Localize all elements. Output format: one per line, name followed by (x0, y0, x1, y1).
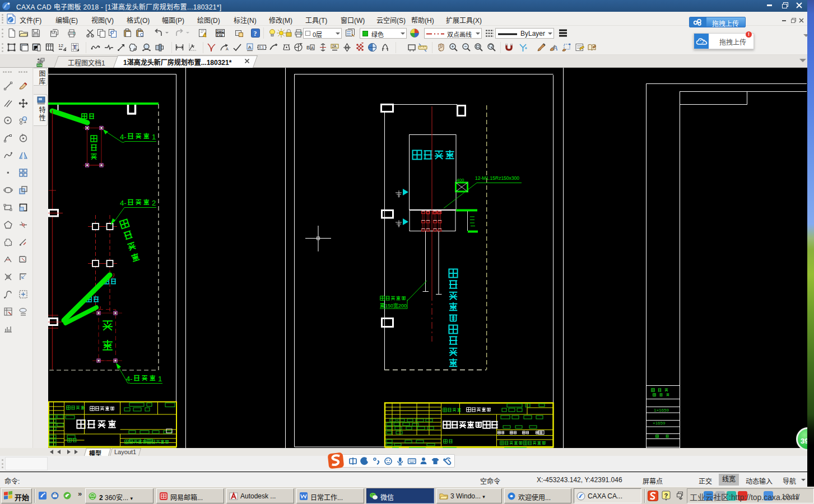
svg-text:×1659: ×1659 (653, 421, 666, 426)
svg-text:EXB: EXB (38, 64, 43, 67)
svg-text:1: 1 (152, 133, 156, 141)
svg-text:0.1: 0.1 (259, 45, 264, 49)
svg-text:?: ? (664, 492, 668, 499)
svg-text:?: ? (253, 30, 257, 38)
svg-text:A: A (248, 45, 252, 50)
svg-text:Rz150x300: Rz150x300 (495, 175, 519, 181)
svg-text:4-: 4- (120, 199, 127, 207)
svg-text:T: T (73, 44, 77, 50)
svg-text:B: B (306, 45, 310, 50)
svg-text:A: A (311, 46, 314, 50)
svg-text:1: 1 (158, 375, 162, 383)
svg-text:1×1659: 1×1659 (654, 408, 669, 413)
svg-text:A: A (226, 47, 229, 51)
svg-text:DWG: DWG (216, 30, 224, 33)
svg-text:400: 400 (457, 178, 464, 183)
svg-text:4-: 4- (120, 133, 127, 141)
svg-text:12: 12 (58, 43, 63, 48)
svg-text:4-: 4- (126, 375, 133, 383)
svg-text:2A: 2A (332, 44, 337, 48)
svg-text:12-M1.15: 12-M1.15 (475, 175, 495, 181)
svg-text:2: 2 (152, 199, 156, 207)
svg-text:EXB: EXB (217, 34, 223, 37)
